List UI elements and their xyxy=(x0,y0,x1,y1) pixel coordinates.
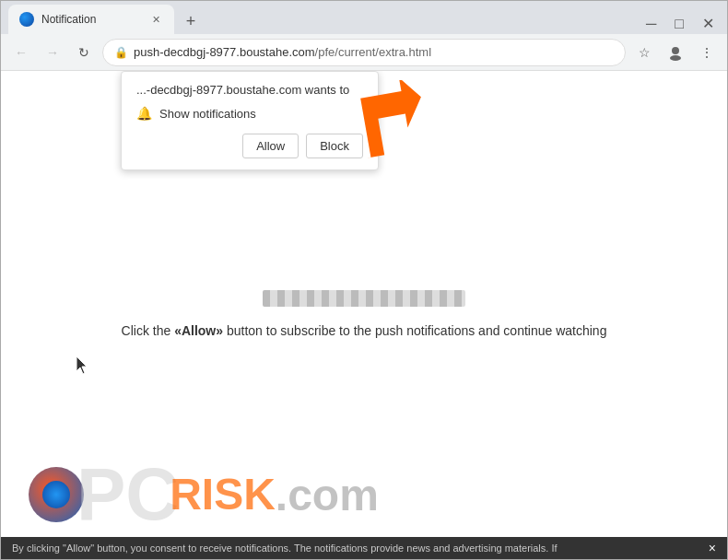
tab-favicon xyxy=(19,12,34,27)
popup-domain-text: ...-decdbgj-8977.boustahe.com wants to xyxy=(136,83,363,97)
bookmark-button[interactable]: ☆ xyxy=(631,40,657,65)
svg-point-0 xyxy=(672,47,679,54)
bottom-notification-bar: By clicking "Allow" button, you consent … xyxy=(1,537,727,559)
close-button[interactable]: ✕ xyxy=(697,13,720,34)
chrome-header: Notification ✕ + ─ □ ✕ xyxy=(1,1,727,34)
url-path: /pfe/current/extra.html xyxy=(315,45,431,59)
active-tab[interactable]: Notification ✕ xyxy=(8,5,174,34)
menu-button[interactable]: ⋮ xyxy=(694,40,720,65)
url-base: push-decdbgj-8977.boustahe.com xyxy=(134,45,315,59)
window-controls: ─ □ ✕ xyxy=(640,13,720,34)
lock-icon: 🔒 xyxy=(114,46,128,59)
bottom-bar-close-button[interactable]: × xyxy=(709,541,716,555)
tab-title: Notification xyxy=(41,13,141,26)
popup-buttons: Allow Block xyxy=(136,134,363,158)
address-bar[interactable]: 🔒 push-decdbgj-8977.boustahe.com/pfe/cur… xyxy=(102,39,626,66)
forward-button[interactable]: → xyxy=(40,40,65,65)
watermark-area: PC RISK .com xyxy=(1,458,727,531)
pc-text: PC xyxy=(76,458,179,531)
reload-button[interactable]: ↻ xyxy=(71,40,97,65)
back-button[interactable]: ← xyxy=(8,40,34,65)
allow-button[interactable]: Allow xyxy=(242,134,299,158)
tab-close-button[interactable]: ✕ xyxy=(148,12,163,27)
address-bar-row: ← → ↻ 🔒 push-decdbgj-8977.boustahe.com/p… xyxy=(1,34,727,71)
title-tab-row: Notification ✕ + ─ □ ✕ xyxy=(1,1,727,34)
notification-row: 🔔 Show notifications xyxy=(136,106,363,121)
bottom-bar-text: By clicking "Allow" button, you consent … xyxy=(12,542,558,554)
bell-icon: 🔔 xyxy=(136,106,152,121)
dot-com-text: .com xyxy=(276,470,379,520)
loading-bar xyxy=(263,290,465,307)
notification-popup: ...-decdbgj-8977.boustahe.com wants to 🔔… xyxy=(121,71,379,170)
browser-window: Notification ✕ + ─ □ ✕ ← → ↻ 🔒 push-decd… xyxy=(0,0,728,560)
svg-point-1 xyxy=(670,55,681,61)
pcrisk-logo-icon xyxy=(29,467,84,522)
maximize-button[interactable]: □ xyxy=(669,14,689,34)
profile-button[interactable] xyxy=(663,40,688,65)
minimize-button[interactable]: ─ xyxy=(640,14,662,34)
address-text: push-decdbgj-8977.boustahe.com/pfe/curre… xyxy=(134,45,614,59)
logo-inner-circle xyxy=(42,481,70,508)
svg-marker-3 xyxy=(354,80,425,158)
instruction-text: Click the «Allow» button to subscribe to… xyxy=(122,321,607,341)
risk-text: RISK xyxy=(170,472,276,517)
show-notifications-label: Show notifications xyxy=(159,107,256,121)
orange-arrow xyxy=(351,80,425,167)
new-tab-button[interactable]: + xyxy=(178,8,204,34)
content-area: ...-decdbgj-8977.boustahe.com wants to 🔔… xyxy=(1,71,727,559)
